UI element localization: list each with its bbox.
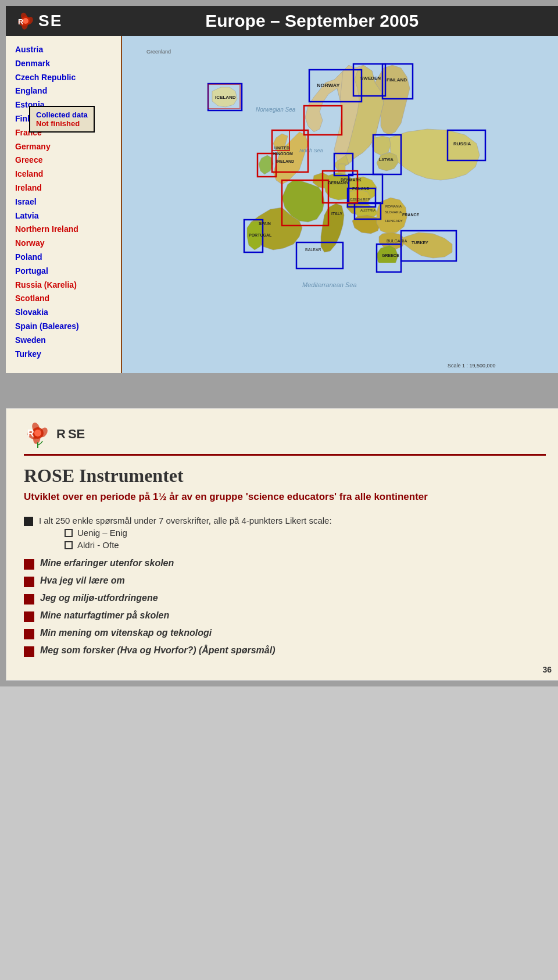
bullet-item-7: Meg som forsker (Hva og Hvorfor?) (Åpent… (24, 645, 546, 657)
slide2-logo: R R SE (24, 420, 85, 448)
bullet-square-6 (24, 629, 34, 639)
list-item: Scotland (15, 292, 112, 306)
slide2-main-title: ROSE Instrumentet (24, 465, 546, 487)
list-item: Iceland (15, 167, 112, 181)
slide1-header: R SE Europe – September 2005 (6, 6, 558, 36)
bullet-square-5 (24, 611, 34, 622)
bullet-square-1 (24, 517, 33, 526)
bullet-item-2: Mine erfaringer utenfor skolen (24, 558, 546, 570)
bullet-item-4: Jeg og miljø-utfordringene (24, 593, 546, 605)
svg-text:Mediterranean Sea: Mediterranean Sea (302, 281, 357, 288)
slide1-content: Austria Denmark Czech Republic England E… (6, 36, 558, 373)
list-item: Greece (15, 153, 112, 167)
country-list: Austria Denmark Czech Republic England E… (6, 36, 122, 373)
logo-text: SE (38, 12, 62, 30)
svg-text:HUNGARY: HUNGARY (385, 219, 403, 223)
slide1: R SE Europe – September 2005 Austria Den… (6, 6, 558, 373)
svg-text:LATVIA: LATVIA (379, 158, 394, 162)
svg-text:CZECH REP.: CZECH REP. (350, 198, 371, 201)
map-area: Mediterranean Sea Norwegian Sea North Se… (122, 36, 558, 373)
legend-red-text: Not finished (36, 119, 88, 128)
page-number: 36 (542, 665, 552, 674)
svg-text:BALEAR: BALEAR (305, 248, 321, 252)
svg-text:FRANCE: FRANCE (402, 213, 419, 217)
slide2-rose-icon: R (24, 420, 52, 448)
list-item: Slovakia (15, 306, 112, 320)
svg-text:GREECE: GREECE (382, 253, 399, 257)
legend-blue-text: Collected data (36, 110, 88, 119)
legend-box: Collected data Not finished (29, 106, 95, 133)
svg-text:BULGARIA: BULGARIA (387, 239, 407, 243)
bullet-square-2 (24, 559, 34, 570)
sub-bullets: Uenig – Enig Aldri - Ofte (51, 528, 332, 550)
svg-text:FINLAND: FINLAND (387, 77, 407, 83)
country-list-items: Austria Denmark Czech Republic England E… (15, 43, 112, 361)
svg-text:NORWAY: NORWAY (317, 83, 340, 88)
list-item: Ireland (15, 181, 112, 195)
list-item: Turkey (15, 348, 112, 362)
list-item: Israel (15, 195, 112, 209)
bullet-square-3 (24, 577, 34, 587)
svg-text:ICELAND: ICELAND (215, 95, 236, 100)
list-item: Czech Republic (15, 71, 112, 85)
list-item: Denmark (15, 57, 112, 71)
svg-text:Scale 1 : 19,500,000: Scale 1 : 19,500,000 (448, 363, 496, 369)
list-item: Austria (15, 43, 112, 57)
slide1-title: Europe – September 2005 (69, 11, 555, 31)
slide2: R R SE ROSE Instrumentet Utviklet over e… (6, 408, 558, 681)
list-item: Poland (15, 251, 112, 264)
svg-text:TURKEY: TURKEY (412, 241, 428, 245)
svg-text:IRELAND: IRELAND (276, 159, 294, 163)
list-item: England (15, 84, 112, 98)
bullet-item-5: Mine naturfagtimer på skolen (24, 610, 546, 622)
europe-map: Mediterranean Sea Norwegian Sea North Se… (122, 36, 558, 373)
list-item: Sweden (15, 334, 112, 348)
list-item: Latvia (15, 209, 112, 223)
sub-bullet-checkbox-1 (65, 529, 73, 537)
bullet-item-3: Hva jeg vil lære om (24, 575, 546, 587)
slide2-logo-row: R R SE (24, 420, 546, 448)
bullet-item-1: I alt 250 enkle spørsmål under 7 overskr… (24, 516, 546, 552)
bullet-square-7 (24, 646, 34, 657)
svg-point-66 (34, 430, 41, 437)
slide2-logo-text: R (56, 427, 66, 442)
svg-text:DENMARK: DENMARK (341, 178, 362, 182)
list-item: Russia (Karelia) (15, 278, 112, 292)
svg-text:ROMANIA: ROMANIA (385, 205, 402, 208)
sub-bullet-checkbox-2 (65, 541, 73, 549)
bullet-text-1: I alt 250 enkle spørsmål under 7 overskr… (39, 516, 332, 552)
svg-text:SWEDEN: SWEDEN (360, 76, 381, 81)
slide2-body: I alt 250 enkle spørsmål under 7 overskr… (24, 516, 546, 657)
svg-text:KINGDOM: KINGDOM (273, 152, 293, 156)
rose-flower-icon: R (15, 10, 36, 31)
slide2-divider (24, 454, 546, 456)
sub-bullet-1: Uenig – Enig (51, 528, 332, 538)
svg-text:POLAND: POLAND (352, 187, 370, 191)
svg-text:RUSSIA: RUSSIA (453, 141, 471, 146)
svg-text:North Sea: North Sea (299, 148, 323, 153)
bullet-square-4 (24, 594, 34, 605)
bullet-item-6: Min mening om vitenskap og teknologi (24, 628, 546, 639)
list-item: Spain (Baleares) (15, 320, 112, 334)
svg-text:AUSTRIA: AUSTRIA (360, 209, 375, 212)
svg-text:Greenland: Greenland (146, 49, 171, 55)
svg-text:SPAIN: SPAIN (259, 221, 271, 226)
svg-text:R: R (27, 428, 34, 438)
svg-text:ITALY: ITALY (331, 212, 342, 216)
list-item: Germany (15, 140, 112, 154)
svg-text:PORTUGAL: PORTUGAL (249, 233, 272, 237)
svg-text:SLOVAKIA: SLOVAKIA (385, 210, 402, 214)
rose-logo: R SE (15, 10, 62, 31)
slide2-logo-se: SE (68, 427, 85, 442)
svg-text:UNITED: UNITED (274, 146, 289, 150)
svg-point-5 (23, 18, 28, 24)
sub-bullet-2: Aldri - Ofte (51, 540, 332, 550)
list-item: Norway (15, 237, 112, 251)
slide2-subtitle: Utviklet over en periode på 1½ år av en … (24, 490, 546, 504)
svg-text:Norwegian Sea: Norwegian Sea (256, 106, 296, 113)
list-item: Northern Ireland (15, 223, 112, 237)
svg-text:R: R (18, 17, 24, 26)
list-item: Portugal (15, 264, 112, 278)
